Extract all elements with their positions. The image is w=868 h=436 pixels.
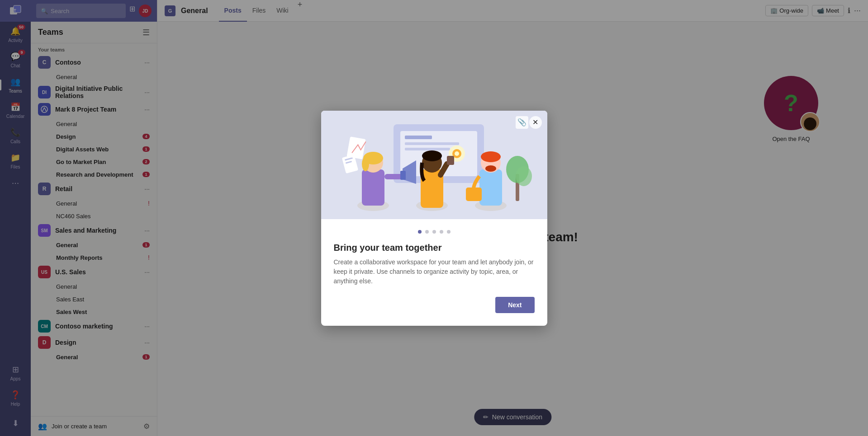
dot-3 bbox=[432, 230, 436, 234]
dot-5 bbox=[447, 230, 451, 234]
modal-description: Create a collaborative workspace for you… bbox=[334, 258, 535, 286]
modal-image-area: ✕ bbox=[321, 111, 547, 219]
svg-rect-10 bbox=[405, 142, 459, 145]
team-illustration bbox=[321, 111, 547, 219]
modal-footer: Next bbox=[334, 297, 535, 313]
svg-rect-16 bbox=[362, 169, 384, 206]
svg-rect-33 bbox=[479, 169, 502, 206]
onboarding-modal: ✕ bbox=[321, 111, 547, 326]
svg-point-40 bbox=[516, 166, 532, 186]
svg-rect-20 bbox=[384, 174, 403, 179]
svg-point-14 bbox=[455, 151, 459, 156]
modal-close-button[interactable]: ✕ bbox=[529, 116, 542, 129]
modal-dots bbox=[334, 230, 535, 234]
dot-1 bbox=[418, 230, 422, 234]
dot-4 bbox=[440, 230, 443, 234]
next-button[interactable]: Next bbox=[495, 297, 534, 313]
modal-overlay: ✕ bbox=[0, 0, 868, 436]
svg-rect-31 bbox=[447, 156, 454, 165]
svg-rect-22 bbox=[400, 171, 406, 180]
dot-2 bbox=[425, 230, 429, 234]
svg-point-35 bbox=[481, 151, 501, 162]
svg-point-36 bbox=[485, 165, 496, 172]
svg-rect-11 bbox=[405, 148, 450, 150]
svg-rect-37 bbox=[466, 188, 482, 201]
svg-point-19 bbox=[362, 157, 369, 171]
close-icon: ✕ bbox=[532, 118, 538, 127]
modal-body: Bring your team together Create a collab… bbox=[321, 219, 547, 326]
attachment-icon: 📎 bbox=[516, 116, 528, 129]
modal-title: Bring your team together bbox=[334, 243, 535, 253]
svg-rect-9 bbox=[405, 136, 432, 139]
svg-point-29 bbox=[422, 150, 442, 161]
